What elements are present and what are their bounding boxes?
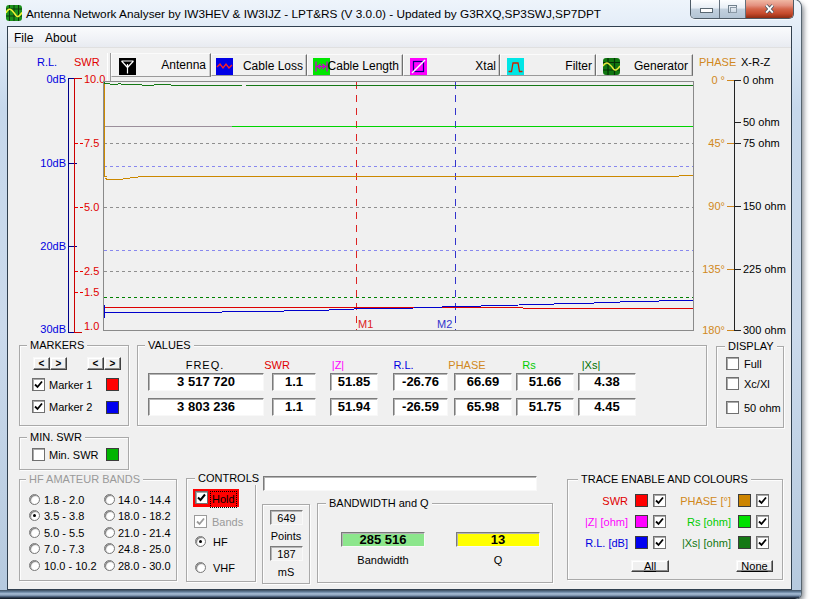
svg-text:M2: M2: [437, 318, 452, 330]
svg-text:M1: M1: [358, 318, 373, 330]
